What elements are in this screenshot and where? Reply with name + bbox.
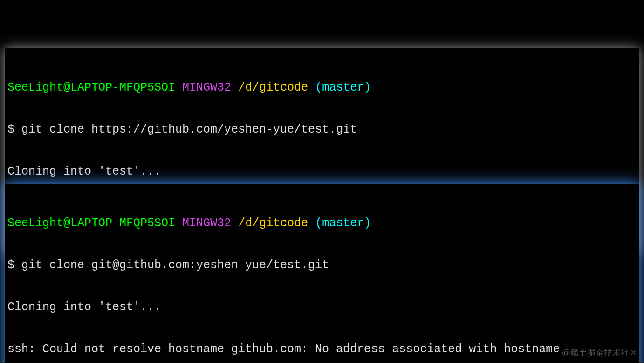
prompt-host: MINGW32 [182,216,231,230]
prompt-line: SeeLight@LAPTOP-MFQP5SOI MINGW32 /d/gitc… [7,81,637,95]
prompt-branch: (master) [315,216,371,230]
prompt-user: SeeLight@LAPTOP-MFQP5SOI [7,81,175,94]
prompt-branch: (master) [315,81,371,94]
watermark-text: @稀土掘金技术社区 [562,347,637,358]
git-command: git clone https://github.com/yeshen-yue/… [21,123,357,136]
prompt-path: /d/gitcode [238,216,308,230]
prompt-path: /d/gitcode [238,81,308,94]
output-line: ssh: Could not resolve hostname github.c… [7,342,637,356]
prompt-user: SeeLight@LAPTOP-MFQP5SOI [7,216,175,230]
prompt-line: SeeLight@LAPTOP-MFQP5SOI MINGW32 /d/gitc… [7,216,637,230]
prompt-symbol: $ [7,123,21,136]
command-line: $ git clone https://github.com/yeshen-yu… [7,123,637,137]
output-line: Cloning into 'test'... [7,165,637,179]
prompt-symbol: $ [7,258,21,272]
prompt-host: MINGW32 [182,81,231,94]
terminal-window-2[interactable]: SeeLight@LAPTOP-MFQP5SOI MINGW32 /d/gitc… [5,184,639,363]
command-line: $ git clone git@github.com:yeshen-yue/te… [7,258,637,272]
output-line: Cloning into 'test'... [7,300,637,314]
git-command: git clone git@github.com:yeshen-yue/test… [21,258,329,272]
